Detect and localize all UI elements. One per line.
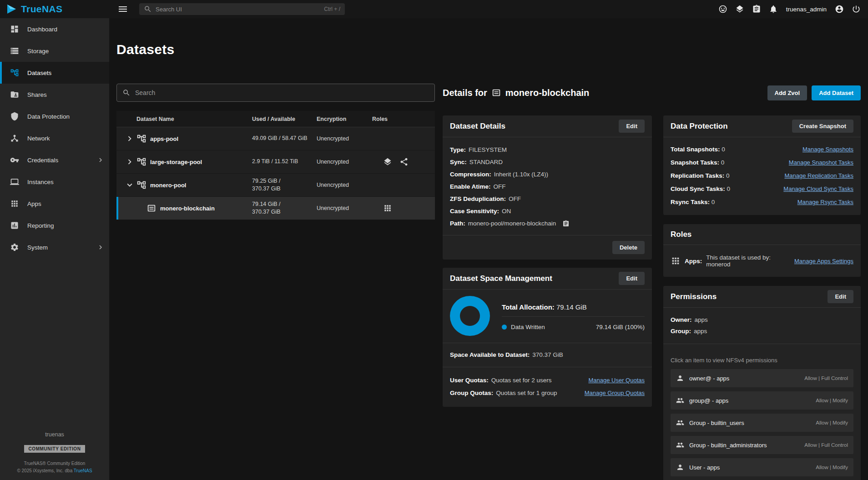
- copy-path-button[interactable]: [562, 220, 570, 227]
- pool-tree-icon: [136, 134, 146, 144]
- user-menu-button[interactable]: [835, 5, 844, 14]
- permission-item-owner[interactable]: owner@ - apps Allow | Full Control: [671, 369, 853, 387]
- card-title: Dataset Space Management: [450, 274, 552, 283]
- smiley-icon: [718, 5, 727, 14]
- role-share-icon: [399, 157, 409, 166]
- permission-item-builtin-users[interactable]: Group - builtin_users Allow | Modify: [671, 414, 853, 432]
- divider: [443, 343, 652, 343]
- topbar-actions: truenas_admin: [718, 5, 868, 14]
- add-dataset-button[interactable]: Add Dataset: [812, 85, 861, 100]
- permission-item-user-apps[interactable]: User - apps Allow | Modify: [671, 458, 853, 476]
- computer-icon: [10, 177, 19, 186]
- card-title: Roles: [671, 230, 691, 239]
- card-title: Permissions: [671, 292, 717, 301]
- sidebar-item-system[interactable]: System: [0, 236, 109, 258]
- sidebar-item-label: Shares: [27, 91, 47, 98]
- folder-share-icon: [10, 90, 19, 99]
- edit-space-button[interactable]: Edit: [619, 272, 645, 285]
- delete-dataset-button[interactable]: Delete: [612, 241, 645, 254]
- menu-icon: [117, 4, 128, 15]
- sidebar-item-apps[interactable]: Apps: [0, 193, 109, 215]
- dataset-tree-panel: Dataset Name Used / Available Encryption…: [116, 84, 435, 220]
- details-title: Details for monero-blockchain: [443, 88, 589, 98]
- dataset-box-icon: [491, 88, 501, 98]
- encryption-value: Unencrypted: [317, 205, 372, 211]
- sidebar-item-label: Instances: [27, 179, 54, 185]
- sidebar-item-storage[interactable]: Storage: [0, 40, 109, 62]
- manage-user-quotas-link[interactable]: Manage User Quotas: [588, 374, 645, 387]
- data-protection-card: Data Protection Create Snapshot Total Sn…: [663, 115, 861, 215]
- column-header-roles: Roles: [372, 116, 435, 122]
- sidebar-item-label: Network: [27, 135, 50, 142]
- permission-item-builtin-administrators[interactable]: Group - builtin_administrators Allow | F…: [671, 436, 853, 454]
- sidebar-item-label: Reporting: [27, 222, 54, 229]
- edit-permissions-button[interactable]: Edit: [828, 290, 853, 303]
- truenas-datasets-page: { "topbar": { "brand": "TrueNAS", "searc…: [0, 0, 868, 480]
- sidebar-item-credentials[interactable]: Credentials: [0, 149, 109, 171]
- legend-dot: [502, 325, 507, 330]
- sidebar-item-instances[interactable]: Instances: [0, 171, 109, 193]
- sidebar-item-dashboard[interactable]: Dashboard: [0, 18, 109, 40]
- roles-card: Roles Apps: This dataset is used by: mon…: [663, 224, 861, 277]
- sidebar-item-label: System: [27, 244, 48, 251]
- sidebar-item-shares[interactable]: Shares: [0, 84, 109, 105]
- manage-snapshots-link[interactable]: Manage Snapshots: [802, 143, 853, 156]
- dataset-search-input[interactable]: [135, 89, 429, 96]
- group-row: Group: apps: [671, 325, 853, 337]
- sidebar-item-label: Data Protection: [27, 113, 70, 120]
- used-available-value: 2.9 TiB / 11.52 TiB: [252, 158, 317, 166]
- manage-snapshot-tasks-link[interactable]: Manage Snapshot Tasks: [789, 156, 853, 169]
- global-search-input[interactable]: [156, 6, 320, 13]
- people-icon: [676, 419, 684, 427]
- sidebar-toggle-button[interactable]: [117, 4, 128, 15]
- manage-cloud-sync-tasks-link[interactable]: Manage Cloud Sync Tasks: [783, 182, 853, 195]
- permission-item-group[interactable]: group@ - apps Allow | Modify: [671, 391, 853, 410]
- field-zfs-deduplication: ZFS Deduplication: OFF: [450, 193, 645, 205]
- snapshot-tasks-row: Snapshot Tasks: 0 Manage Snapshot Tasks: [671, 156, 853, 169]
- create-snapshot-button[interactable]: Create Snapshot: [792, 120, 853, 133]
- sidebar-item-network[interactable]: Network: [0, 127, 109, 149]
- checkin-button[interactable]: [735, 5, 744, 14]
- feedback-button[interactable]: [718, 5, 727, 14]
- sidebar-item-label: Datasets: [27, 70, 51, 76]
- field-path: Path: monero-pool/monero-blockchain: [450, 217, 645, 230]
- power-menu-button[interactable]: [852, 5, 861, 14]
- search-shortcut-hint: Ctrl + /: [324, 6, 340, 12]
- dataset-name: large-storage-pool: [150, 159, 202, 165]
- notifications-button[interactable]: [769, 5, 778, 14]
- encryption-value: Unencrypted: [317, 159, 372, 165]
- manage-apps-settings-link[interactable]: Manage Apps Settings: [794, 258, 853, 265]
- manage-group-quotas-link[interactable]: Manage Group Quotas: [585, 387, 645, 400]
- manage-replication-tasks-link[interactable]: Manage Replication Tasks: [784, 169, 853, 182]
- sidebar-nav: Dashboard Storage Datasets Shares Data P…: [0, 18, 109, 258]
- copyright-text: © 2025 iXsystems, Inc. dba: [17, 468, 72, 473]
- truenas-footer-link[interactable]: TrueNAS: [74, 468, 92, 473]
- apps-grid-icon: [671, 256, 681, 266]
- dataset-search[interactable]: [116, 84, 435, 102]
- table-row-monero-blockchain[interactable]: monero-blockchain 79.14 GiB / 370.37 GiB…: [116, 197, 435, 220]
- account-circle-icon: [835, 5, 844, 14]
- edit-dataset-details-button[interactable]: Edit: [619, 120, 645, 133]
- expand-chevron-right-icon[interactable]: [125, 134, 135, 144]
- column-header-encryption: Encryption: [317, 116, 372, 122]
- global-search[interactable]: Ctrl + /: [139, 3, 345, 15]
- manage-rsync-tasks-link[interactable]: Manage Rsync Tasks: [797, 195, 853, 209]
- dataset-name: monero-pool: [150, 182, 186, 189]
- table-row-apps-pool[interactable]: apps-pool 49.09 GiB / 58.47 GiB Unencryp…: [116, 127, 435, 150]
- jobs-button[interactable]: [752, 5, 761, 14]
- table-row-monero-pool[interactable]: monero-pool 79.25 GiB / 370.37 GiB Unenc…: [116, 174, 435, 197]
- collapse-chevron-down-icon[interactable]: [125, 180, 135, 190]
- network-hub-icon: [10, 134, 19, 143]
- people-icon: [676, 396, 684, 405]
- add-zvol-button[interactable]: Add Zvol: [767, 85, 807, 100]
- sidebar-item-datasets[interactable]: Datasets: [0, 62, 109, 84]
- table-row-large-storage-pool[interactable]: large-storage-pool 2.9 TiB / 11.52 TiB U…: [116, 150, 435, 174]
- details-header: Details for monero-blockchain Add Zvol A…: [443, 84, 861, 102]
- encryption-value: Unencrypted: [317, 182, 372, 188]
- sidebar-item-reporting[interactable]: Reporting: [0, 215, 109, 236]
- sidebar-item-data-protection[interactable]: Data Protection: [0, 105, 109, 127]
- expand-chevron-right-icon[interactable]: [125, 157, 135, 167]
- divider: [663, 344, 861, 344]
- owner-row: Owner: apps: [671, 314, 853, 325]
- brand-name: TrueNAS: [21, 4, 63, 15]
